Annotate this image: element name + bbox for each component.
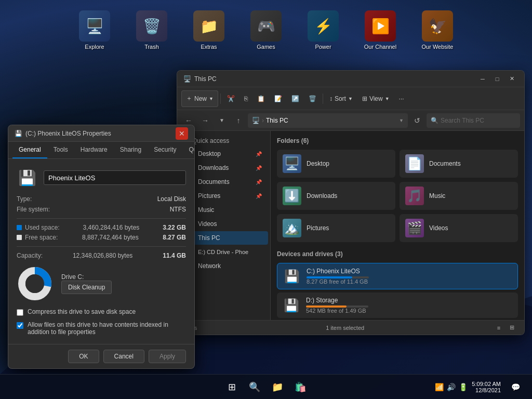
sort-chevron-icon: ▼ <box>348 96 353 101</box>
disk-cleanup-button[interactable]: Disk Cleanup <box>61 281 112 294</box>
free-space-label: Free space: <box>17 234 58 241</box>
status-selected-text: 1 item selected <box>326 325 364 331</box>
tab-general[interactable]: General <box>12 142 47 158</box>
share-button[interactable]: ↗️ <box>287 90 303 107</box>
desktop-icon-explore[interactable]: 🖥️ Explore <box>74 10 115 50</box>
file-explorer-taskbar-button[interactable]: 📁 <box>267 377 288 397</box>
apply-button[interactable]: Apply <box>149 350 186 363</box>
delete-button[interactable]: 🗑️ <box>304 90 321 107</box>
games-label: Games <box>257 44 275 50</box>
taskbar-right: 📶 🔊 🔋 5:09:02 AM 12/8/2021 💬 <box>435 377 532 397</box>
grid-view-button[interactable]: ⊞ <box>507 322 518 334</box>
folder-item-desktop[interactable]: 🖥️ Desktop <box>277 150 395 178</box>
used-bytes: 3,460,284,416 bytes <box>83 224 140 231</box>
search-taskbar-button[interactable]: 🔍 <box>244 377 265 397</box>
pie-container: Drive C: Disk Cleanup <box>17 265 186 302</box>
used-space-row: Used space: 3,460,284,416 bytes 3.22 GB <box>17 224 186 231</box>
new-button[interactable]: ＋ New ▼ <box>181 90 218 107</box>
paste-button[interactable]: 📋 <box>253 90 269 107</box>
desktop-icon-website[interactable]: 🦅 Our Website <box>417 10 458 50</box>
taskbar-clock[interactable]: 5:09:02 AM 12/8/2021 <box>472 381 501 393</box>
view-button[interactable]: ⊞ View ▼ <box>358 90 394 107</box>
ok-button[interactable]: OK <box>68 350 99 363</box>
taskbar-center: ⊞ 🔍 📁 🛍️ <box>221 377 311 397</box>
sort-button[interactable]: ↕ Sort ▼ <box>325 90 357 107</box>
desktop-icon-power[interactable]: ⚡ Power <box>302 10 344 50</box>
explorer-content: Folders (6) 🖥️ Desktop 📄 Documents ⬇️ Do… <box>271 131 524 320</box>
disk-name-input[interactable] <box>44 170 186 185</box>
dialog-close-button[interactable]: ✕ <box>176 127 188 140</box>
folder-item-downloads[interactable]: ⬇️ Downloads <box>277 182 395 210</box>
downloads-folder-img: ⬇️ <box>283 187 301 205</box>
index-checkbox[interactable] <box>17 322 23 329</box>
desktop-icon-extras[interactable]: 📁 Extras <box>188 10 230 50</box>
start-button[interactable]: ⊞ <box>221 377 242 397</box>
drive-c-info: C:) Phoenix LiteOS 8.27 GB free of 11.4 … <box>307 268 512 285</box>
extras-label: Extras <box>201 44 217 50</box>
videos-folder-name: Videos <box>429 224 448 232</box>
folder-item-documents[interactable]: 📄 Documents <box>400 150 518 178</box>
dialog-titlebar: 💾 (C:) Phoenix LiteOS Properties ✕ <box>8 125 194 142</box>
maximize-button[interactable]: □ <box>491 73 503 85</box>
pin-icon-3: 📌 <box>256 179 262 185</box>
explorer-title: 🖥️ This PC <box>183 75 217 83</box>
drive-c-name: C:) Phoenix LiteOS <box>307 268 512 275</box>
free-gb: 8.27 GB <box>163 234 186 241</box>
tab-quota[interactable]: Quota <box>182 142 195 158</box>
copy-button[interactable]: ⎘ <box>240 90 252 107</box>
dropdown-button[interactable]: ▼ <box>215 113 229 128</box>
view-chevron-icon: ▼ <box>385 96 390 101</box>
drive-item-d[interactable]: 💾 D:) Storage 542 MB free of 1.49 GB <box>277 292 518 318</box>
type-value: Local Disk <box>157 195 186 203</box>
trash-label: Trash <box>144 44 159 50</box>
dialog-title: 💾 (C:) Phoenix LiteOS Properties <box>15 130 111 137</box>
tab-sharing[interactable]: Sharing <box>114 142 148 158</box>
compress-checkbox[interactable] <box>17 309 23 316</box>
sort-icon: ↕ <box>329 95 332 102</box>
taskbar: ⊞ 🔍 📁 🛍️ 📶 🔊 🔋 5:09:02 AM 12/8/2021 💬 <box>0 374 532 399</box>
refresh-button[interactable]: ↺ <box>410 113 424 128</box>
drive-d-name: D:) Storage <box>306 297 513 304</box>
extras-icon: 📁 <box>193 10 224 42</box>
rename-button[interactable]: 📝 <box>270 90 286 107</box>
address-bar: ← → ▼ ↑ 🖥️ › This PC ▼ ↺ 🔍 Search This P… <box>177 110 524 131</box>
desktop-icon-trash[interactable]: 🗑️ Trash <box>131 10 172 50</box>
desktop-icon-games[interactable]: 🎮 Games <box>245 10 287 50</box>
window-controls: ─ □ ✕ <box>476 73 518 85</box>
documents-folder-img: 📄 <box>405 154 424 173</box>
tab-hardware[interactable]: Hardware <box>74 142 114 158</box>
more-button[interactable]: ··· <box>395 90 408 107</box>
desktop-icon-channel[interactable]: ▶️ Our Channel <box>360 10 401 50</box>
search-box[interactable]: 🔍 Search This PC <box>427 113 520 128</box>
address-path[interactable]: 🖥️ › This PC ▼ <box>248 113 408 128</box>
channel-icon: ▶️ <box>365 10 396 42</box>
capacity-label: Capacity: <box>17 252 43 259</box>
minimize-button[interactable]: ─ <box>476 73 489 85</box>
cancel-button[interactable]: Cancel <box>103 350 144 363</box>
folder-item-pictures[interactable]: 🏔️ Pictures <box>277 214 395 242</box>
music-folder-img: 🎵 <box>405 187 424 205</box>
battery-tray-icon: 🔋 <box>459 383 468 391</box>
folder-item-music[interactable]: 🎵 Music <box>400 182 518 210</box>
tab-security[interactable]: Security <box>148 142 182 158</box>
drive-item-c[interactable]: 💾 C:) Phoenix LiteOS 8.27 GB free of 11.… <box>277 263 518 289</box>
forward-button[interactable]: → <box>198 113 212 128</box>
trash-icon: 🗑️ <box>136 10 167 42</box>
list-view-button[interactable]: ≡ <box>493 322 504 334</box>
used-gb: 3.22 GB <box>163 224 186 231</box>
cut-button[interactable]: ✂️ <box>223 90 239 107</box>
disk-title-icon: 💾 <box>15 130 22 137</box>
videos-folder-img: 🎬 <box>405 219 424 237</box>
type-row: Type: Local Disk <box>17 195 186 203</box>
store-taskbar-button[interactable]: 🛍️ <box>290 377 311 397</box>
capacity-row: Capacity: 12,348,026,880 bytes 11.4 GB <box>17 252 186 259</box>
disk-icon: 💾 <box>17 167 37 188</box>
up-button[interactable]: ↑ <box>231 113 246 128</box>
downloads-folder-name: Downloads <box>307 192 337 200</box>
notification-button[interactable]: 💬 <box>505 377 526 397</box>
documents-folder-name: Documents <box>429 160 461 167</box>
close-button[interactable]: ✕ <box>506 73 518 85</box>
tab-tools[interactable]: Tools <box>47 142 74 158</box>
folder-item-videos[interactable]: 🎬 Videos <box>400 214 518 242</box>
path-dropdown-icon: ▼ <box>399 118 404 123</box>
